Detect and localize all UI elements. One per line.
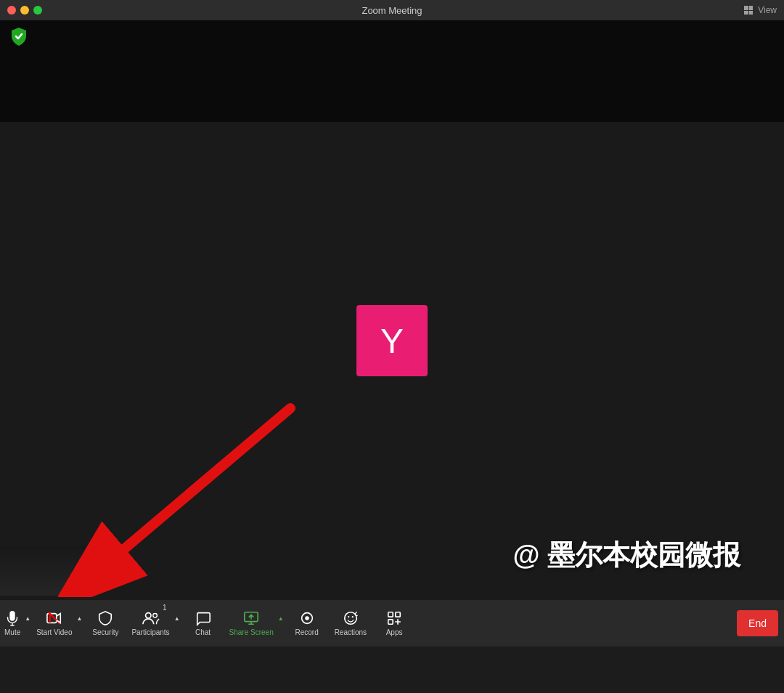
- view-label: View: [758, 5, 777, 15]
- security-button[interactable]: Security: [83, 600, 127, 647]
- avatar-box: Y: [356, 305, 428, 376]
- share-screen-button[interactable]: Share Screen: [225, 600, 278, 647]
- participant-avatar: Y: [356, 305, 428, 376]
- svg-point-12: [345, 612, 357, 625]
- svg-point-7: [145, 613, 150, 618]
- chat-button[interactable]: Chat: [181, 600, 225, 647]
- video-chevron[interactable]: ▲: [76, 600, 83, 647]
- svg-rect-16: [396, 612, 400, 617]
- view-button[interactable]: View: [744, 5, 777, 15]
- camera-preview-inner: [0, 546, 87, 596]
- record-label: Record: [295, 628, 319, 636]
- chat-label: Chat: [195, 628, 211, 636]
- shield-badge: [9, 26, 29, 46]
- start-video-label: Start Video: [36, 628, 72, 636]
- end-button[interactable]: End: [737, 610, 778, 636]
- svg-rect-17: [388, 620, 393, 624]
- mute-button[interactable]: Mute: [0, 600, 25, 647]
- reactions-button[interactable]: Reactions: [329, 600, 372, 647]
- participants-button[interactable]: 1 Participants: [127, 600, 173, 647]
- maximize-button[interactable]: [33, 6, 42, 15]
- security-label: Security: [92, 628, 118, 636]
- avatar-letter: Y: [380, 321, 404, 361]
- minimize-button[interactable]: [20, 6, 29, 15]
- svg-point-8: [152, 614, 157, 618]
- close-button[interactable]: [7, 6, 16, 15]
- annotation-arrow: [58, 394, 305, 597]
- video-group: Start Video ▲: [32, 600, 83, 647]
- svg-line-1: [102, 408, 290, 568]
- mute-label: Mute: [4, 628, 20, 636]
- participants-chevron[interactable]: ▲: [174, 600, 181, 647]
- top-strip: [0, 20, 784, 122]
- share-screen-group: Share Screen ▲: [225, 600, 285, 647]
- svg-rect-15: [388, 612, 393, 617]
- svg-point-13: [348, 616, 349, 617]
- start-video-button[interactable]: Start Video: [32, 600, 76, 647]
- apps-label: Apps: [386, 628, 403, 636]
- mute-group: Mute ▲: [0, 600, 32, 647]
- participants-count: 1: [163, 604, 167, 612]
- participants-label: Participants: [131, 628, 169, 636]
- annotation-text: @ 墨尔本校园微报: [513, 537, 740, 574]
- titlebar: Zoom Meeting View: [0, 0, 784, 20]
- toolbar: Mute ▲ Start Video ▲ Security: [0, 600, 784, 647]
- mute-chevron[interactable]: ▲: [25, 600, 32, 647]
- record-button[interactable]: Record: [285, 600, 329, 647]
- share-screen-chevron[interactable]: ▲: [278, 600, 285, 647]
- reactions-label: Reactions: [335, 628, 367, 636]
- apps-button[interactable]: Apps: [372, 600, 416, 647]
- svg-point-11: [305, 616, 309, 620]
- participants-group: 1 Participants ▲: [127, 600, 181, 647]
- svg-point-14: [352, 616, 354, 617]
- window-title: Zoom Meeting: [362, 5, 422, 16]
- share-screen-label: Share Screen: [229, 628, 274, 636]
- camera-preview: [0, 546, 87, 596]
- meeting-area: Y @ 墨尔本校园微报 Mute: [0, 20, 784, 647]
- traffic-lights: [7, 6, 42, 15]
